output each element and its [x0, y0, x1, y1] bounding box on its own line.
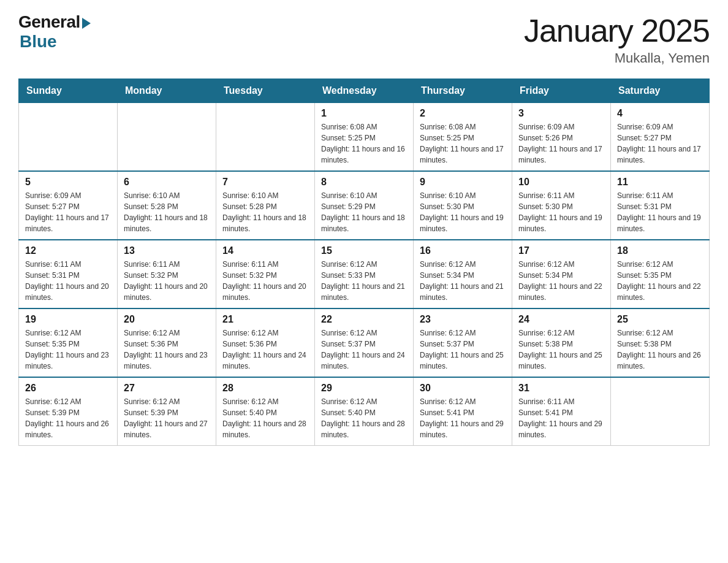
calendar-header-row: Sunday Monday Tuesday Wednesday Thursday… — [19, 79, 710, 103]
day-info: Sunrise: 6:12 AM Sunset: 5:36 PM Dayligh… — [222, 327, 308, 372]
day-info: Sunrise: 6:11 AM Sunset: 5:32 PM Dayligh… — [124, 259, 210, 303]
header-sunday: Sunday — [19, 79, 118, 103]
table-row: 4Sunrise: 6:09 AM Sunset: 5:27 PM Daylig… — [611, 103, 710, 172]
day-number: 19 — [25, 314, 111, 325]
table-row: 1Sunrise: 6:08 AM Sunset: 5:25 PM Daylig… — [315, 103, 414, 172]
table-row: 17Sunrise: 6:12 AM Sunset: 5:34 PM Dayli… — [512, 240, 611, 308]
day-info: Sunrise: 6:12 AM Sunset: 5:38 PM Dayligh… — [617, 327, 703, 372]
page-header: General Blue January 2025 Mukalla, Yemen — [18, 12, 710, 66]
table-row: 18Sunrise: 6:12 AM Sunset: 5:35 PM Dayli… — [611, 240, 710, 308]
table-row: 2Sunrise: 6:08 AM Sunset: 5:25 PM Daylig… — [414, 103, 512, 172]
table-row: 31Sunrise: 6:11 AM Sunset: 5:41 PM Dayli… — [512, 377, 611, 446]
day-number: 14 — [222, 245, 308, 256]
day-info: Sunrise: 6:12 AM Sunset: 5:36 PM Dayligh… — [124, 327, 210, 372]
logo: General Blue — [18, 12, 91, 52]
calendar-week-row: 5Sunrise: 6:09 AM Sunset: 5:27 PM Daylig… — [19, 171, 710, 240]
day-info: Sunrise: 6:12 AM Sunset: 5:34 PM Dayligh… — [518, 259, 604, 303]
day-info: Sunrise: 6:11 AM Sunset: 5:30 PM Dayligh… — [518, 190, 604, 234]
day-number: 29 — [321, 383, 407, 394]
day-number: 16 — [420, 245, 506, 256]
day-number: 5 — [25, 177, 111, 188]
table-row: 16Sunrise: 6:12 AM Sunset: 5:34 PM Dayli… — [414, 240, 512, 308]
table-row: 20Sunrise: 6:12 AM Sunset: 5:36 PM Dayli… — [118, 308, 216, 377]
logo-blue-text: Blue — [20, 32, 57, 52]
table-row: 6Sunrise: 6:10 AM Sunset: 5:28 PM Daylig… — [118, 171, 216, 240]
day-info: Sunrise: 6:12 AM Sunset: 5:37 PM Dayligh… — [321, 327, 407, 372]
day-number: 22 — [321, 314, 407, 325]
table-row: 28Sunrise: 6:12 AM Sunset: 5:40 PM Dayli… — [216, 377, 315, 446]
day-number: 18 — [617, 245, 703, 256]
day-info: Sunrise: 6:10 AM Sunset: 5:29 PM Dayligh… — [321, 190, 407, 234]
table-row: 30Sunrise: 6:12 AM Sunset: 5:41 PM Dayli… — [414, 377, 512, 446]
table-row — [118, 103, 216, 172]
day-number: 23 — [420, 314, 506, 325]
day-info: Sunrise: 6:12 AM Sunset: 5:39 PM Dayligh… — [25, 396, 111, 440]
day-info: Sunrise: 6:12 AM Sunset: 5:35 PM Dayligh… — [617, 259, 703, 303]
day-info: Sunrise: 6:11 AM Sunset: 5:32 PM Dayligh… — [222, 259, 308, 303]
table-row: 11Sunrise: 6:11 AM Sunset: 5:31 PM Dayli… — [611, 171, 710, 240]
table-row: 19Sunrise: 6:12 AM Sunset: 5:35 PM Dayli… — [19, 308, 118, 377]
day-number: 20 — [124, 314, 210, 325]
day-info: Sunrise: 6:10 AM Sunset: 5:28 PM Dayligh… — [124, 190, 210, 234]
day-number: 4 — [617, 108, 703, 119]
logo-general-text: General — [18, 12, 80, 32]
day-number: 12 — [25, 245, 111, 256]
table-row: 24Sunrise: 6:12 AM Sunset: 5:38 PM Dayli… — [512, 308, 611, 377]
table-row: 15Sunrise: 6:12 AM Sunset: 5:33 PM Dayli… — [315, 240, 414, 308]
day-info: Sunrise: 6:12 AM Sunset: 5:37 PM Dayligh… — [420, 327, 506, 372]
day-number: 27 — [124, 383, 210, 394]
day-info: Sunrise: 6:12 AM Sunset: 5:39 PM Dayligh… — [124, 396, 210, 440]
day-info: Sunrise: 6:12 AM Sunset: 5:35 PM Dayligh… — [25, 327, 111, 372]
table-row: 10Sunrise: 6:11 AM Sunset: 5:30 PM Dayli… — [512, 171, 611, 240]
table-row: 8Sunrise: 6:10 AM Sunset: 5:29 PM Daylig… — [315, 171, 414, 240]
day-info: Sunrise: 6:12 AM Sunset: 5:40 PM Dayligh… — [222, 396, 308, 440]
day-info: Sunrise: 6:09 AM Sunset: 5:26 PM Dayligh… — [518, 121, 604, 166]
table-row — [19, 103, 118, 172]
day-number: 9 — [420, 177, 506, 188]
day-info: Sunrise: 6:12 AM Sunset: 5:33 PM Dayligh… — [321, 259, 407, 303]
day-number: 26 — [25, 383, 111, 394]
day-info: Sunrise: 6:09 AM Sunset: 5:27 PM Dayligh… — [25, 190, 111, 234]
header-monday: Monday — [118, 79, 216, 103]
day-number: 15 — [321, 245, 407, 256]
day-number: 1 — [321, 108, 407, 119]
logo-arrow-icon — [82, 18, 91, 29]
day-number: 30 — [420, 383, 506, 394]
day-info: Sunrise: 6:12 AM Sunset: 5:41 PM Dayligh… — [420, 396, 506, 440]
table-row: 21Sunrise: 6:12 AM Sunset: 5:36 PM Dayli… — [216, 308, 315, 377]
day-info: Sunrise: 6:08 AM Sunset: 5:25 PM Dayligh… — [321, 121, 407, 166]
day-number: 25 — [617, 314, 703, 325]
header-wednesday: Wednesday — [315, 79, 414, 103]
day-info: Sunrise: 6:12 AM Sunset: 5:34 PM Dayligh… — [420, 259, 506, 303]
day-info: Sunrise: 6:08 AM Sunset: 5:25 PM Dayligh… — [420, 121, 506, 166]
table-row: 12Sunrise: 6:11 AM Sunset: 5:31 PM Dayli… — [19, 240, 118, 308]
day-info: Sunrise: 6:12 AM Sunset: 5:40 PM Dayligh… — [321, 396, 407, 440]
table-row: 23Sunrise: 6:12 AM Sunset: 5:37 PM Dayli… — [414, 308, 512, 377]
table-row: 27Sunrise: 6:12 AM Sunset: 5:39 PM Dayli… — [118, 377, 216, 446]
day-number: 10 — [518, 177, 604, 188]
day-number: 11 — [617, 177, 703, 188]
calendar-week-row: 1Sunrise: 6:08 AM Sunset: 5:25 PM Daylig… — [19, 103, 710, 172]
table-row: 29Sunrise: 6:12 AM Sunset: 5:40 PM Dayli… — [315, 377, 414, 446]
title-block: January 2025 Mukalla, Yemen — [524, 12, 710, 66]
calendar-title: January 2025 — [524, 12, 710, 49]
day-number: 2 — [420, 108, 506, 119]
day-number: 21 — [222, 314, 308, 325]
table-row: 3Sunrise: 6:09 AM Sunset: 5:26 PM Daylig… — [512, 103, 611, 172]
day-number: 8 — [321, 177, 407, 188]
header-saturday: Saturday — [611, 79, 710, 103]
header-tuesday: Tuesday — [216, 79, 315, 103]
calendar-week-row: 19Sunrise: 6:12 AM Sunset: 5:35 PM Dayli… — [19, 308, 710, 377]
day-number: 13 — [124, 245, 210, 256]
day-number: 28 — [222, 383, 308, 394]
table-row: 9Sunrise: 6:10 AM Sunset: 5:30 PM Daylig… — [414, 171, 512, 240]
day-info: Sunrise: 6:11 AM Sunset: 5:31 PM Dayligh… — [617, 190, 703, 234]
day-number: 24 — [518, 314, 604, 325]
day-info: Sunrise: 6:11 AM Sunset: 5:31 PM Dayligh… — [25, 259, 111, 303]
calendar-week-row: 26Sunrise: 6:12 AM Sunset: 5:39 PM Dayli… — [19, 377, 710, 446]
calendar-week-row: 12Sunrise: 6:11 AM Sunset: 5:31 PM Dayli… — [19, 240, 710, 308]
header-thursday: Thursday — [414, 79, 512, 103]
calendar-table: Sunday Monday Tuesday Wednesday Thursday… — [18, 79, 710, 446]
table-row: 5Sunrise: 6:09 AM Sunset: 5:27 PM Daylig… — [19, 171, 118, 240]
day-info: Sunrise: 6:12 AM Sunset: 5:38 PM Dayligh… — [518, 327, 604, 372]
